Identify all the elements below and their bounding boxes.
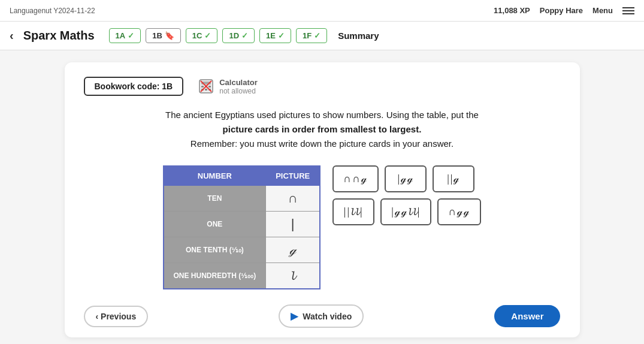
row-hundredth-label: ONE HUNDREDTH (¹⁄₁₀₀) <box>164 263 266 289</box>
answer-card-1[interactable]: ∩∩ℊ <box>332 165 379 192</box>
watch-video-button[interactable]: ▶ Watch video <box>279 304 364 328</box>
col-header-picture: PICTURE <box>266 166 321 186</box>
main-content: Bookwork code: 1B Calculat <box>0 50 644 344</box>
top-bar-right: 11,088 XP Poppy Hare Menu <box>494 6 634 15</box>
cards-row-2: ||𝓵𝓵| |ℊℊ𝓵𝓵| ∩ℊℊ <box>332 198 481 225</box>
svg-rect-6 <box>205 89 207 90</box>
answer-card-2[interactable]: |ℊℊ <box>385 165 427 192</box>
tab-1C-label: 1C <box>192 31 202 40</box>
svg-rect-2 <box>201 86 204 87</box>
tab-summary[interactable]: Summary <box>332 28 385 43</box>
calculator-info: Calculator not allowed <box>198 78 258 95</box>
calculator-text: Calculator not allowed <box>219 78 258 95</box>
tab-1B-label: 1B <box>152 31 162 40</box>
question-line3: Remember: you must write down the pictur… <box>191 138 453 149</box>
table-row: TEN ∩ <box>164 186 321 212</box>
row-one-label: ONE <box>164 212 266 237</box>
page-title: Sparx Maths <box>23 29 95 43</box>
back-button[interactable]: ‹ <box>10 29 14 43</box>
tab-1C[interactable]: 1C ✓ <box>186 28 218 43</box>
tab-1C-check: ✓ <box>204 31 211 40</box>
top-bar-left: Languagenut Y2024-11-22 <box>10 7 95 15</box>
bottom-nav: ‹ Previous ▶ Watch video Answer <box>84 304 561 328</box>
calculator-sublabel: not allowed <box>219 87 258 95</box>
question-text: The ancient Egyptians used pictures to s… <box>84 108 561 151</box>
tab-1F-label: 1F <box>303 31 312 40</box>
calculator-icon <box>198 78 214 95</box>
watch-video-label: Watch video <box>303 312 352 321</box>
xp-display: 11,088 XP <box>494 6 530 15</box>
row-tenth-symbol: ℊ <box>266 237 321 263</box>
col-header-number: NUMBER <box>164 166 266 186</box>
table-row: ONE HUNDREDTH (¹⁄₁₀₀) 𝓵 <box>164 263 321 289</box>
row-ten-label: TEN <box>164 186 266 212</box>
tab-1E[interactable]: 1E ✓ <box>259 28 291 43</box>
previous-button[interactable]: ‹ Previous <box>84 306 149 327</box>
bookwork-row: Bookwork code: 1B Calculat <box>84 77 561 96</box>
answer-card-4[interactable]: ||𝓵𝓵| <box>332 198 374 225</box>
tab-1A[interactable]: 1A ✓ <box>109 28 141 43</box>
video-icon: ▶ <box>291 310 298 322</box>
bookwork-code: Bookwork code: 1B <box>84 77 184 96</box>
answer-card-3[interactable]: ||ℊ <box>433 165 474 192</box>
tab-1B-bookmark: 🔖 <box>165 31 174 40</box>
svg-rect-4 <box>208 86 211 87</box>
nav-bar: ‹ Sparx Maths 1A ✓ 1B 🔖 1C ✓ 1D ✓ 1E ✓ 1… <box>0 22 644 50</box>
table-row: ONE TENTH (¹⁄₁₀) ℊ <box>164 237 321 263</box>
tab-1F-check: ✓ <box>314 31 321 40</box>
tab-1A-label: 1A <box>116 31 126 40</box>
row-one-symbol: | <box>266 212 321 237</box>
tab-1D-label: 1D <box>229 31 239 40</box>
tab-1F[interactable]: 1F ✓ <box>296 28 327 43</box>
reference-table: NUMBER PICTURE TEN ∩ ONE | ONE TENTH (¹⁄… <box>163 165 321 289</box>
tab-1E-check: ✓ <box>278 31 285 40</box>
table-cards-area: NUMBER PICTURE TEN ∩ ONE | ONE TENTH (¹⁄… <box>84 165 561 289</box>
table-row: ONE | <box>164 212 321 237</box>
menu-icon[interactable] <box>622 7 634 14</box>
row-ten-symbol: ∩ <box>266 186 321 212</box>
top-bar: Languagenut Y2024-11-22 11,088 XP Poppy … <box>0 0 644 22</box>
tab-1D-check: ✓ <box>241 31 248 40</box>
tab-1A-check: ✓ <box>128 31 134 40</box>
answer-button[interactable]: Answer <box>494 305 560 327</box>
question-card: Bookwork code: 1B Calculat <box>65 62 580 337</box>
user-name: Poppy Hare <box>540 6 583 15</box>
app-label: Languagenut Y2024-11-22 <box>10 7 95 15</box>
answer-cards-area: ∩∩ℊ |ℊℊ ||ℊ ||𝓵𝓵| |ℊℊ𝓵𝓵| ∩ℊℊ <box>332 165 481 225</box>
answer-card-5[interactable]: |ℊℊ𝓵𝓵| <box>380 198 431 225</box>
row-hundredth-symbol: 𝓵 <box>266 263 321 289</box>
tab-1D[interactable]: 1D ✓ <box>222 28 255 43</box>
row-tenth-label: ONE TENTH (¹⁄₁₀) <box>164 237 266 263</box>
cards-row-1: ∩∩ℊ |ℊℊ ||ℊ <box>332 165 481 192</box>
question-line1: The ancient Egyptians used pictures to s… <box>165 110 479 120</box>
question-line2: picture cards in order from smallest to … <box>223 124 422 134</box>
calculator-label: Calculator <box>219 78 258 87</box>
menu-label[interactable]: Menu <box>592 6 613 15</box>
answer-card-6[interactable]: ∩ℊℊ <box>437 198 481 225</box>
tab-1B[interactable]: 1B 🔖 <box>146 28 181 43</box>
tab-1E-label: 1E <box>266 31 276 40</box>
